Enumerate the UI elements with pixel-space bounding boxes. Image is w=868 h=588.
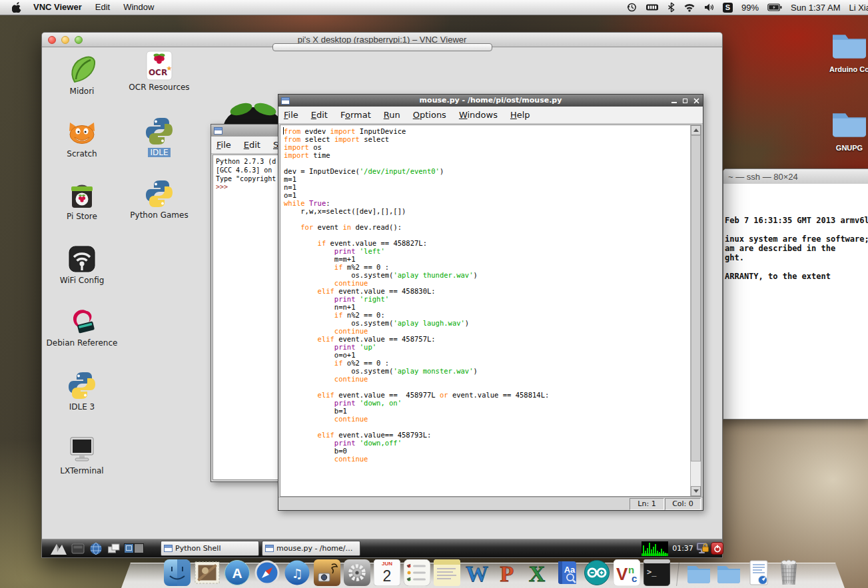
- menu-edit[interactable]: Edit: [89, 0, 117, 15]
- svg-text:Aa: Aa: [564, 565, 576, 575]
- dock-item-system-preferences[interactable]: [344, 559, 370, 586]
- idle-menu-format[interactable]: Format: [340, 110, 371, 120]
- menu-window[interactable]: Window: [117, 0, 161, 15]
- pi-desktop-icon-scratch[interactable]: Scratch: [45, 117, 119, 158]
- pi-desktop-icon-debian-reference[interactable]: Debian Reference: [45, 306, 119, 348]
- terminal-line: ARRANTY, to the extent: [725, 272, 868, 281]
- apple-menu-icon[interactable]: [7, 2, 27, 13]
- idle-status-bar: Ln: 1 Col: 0: [278, 497, 703, 510]
- taskbar-clock[interactable]: 01:37: [671, 539, 695, 558]
- dock-item-mail[interactable]: [194, 559, 220, 586]
- vertical-scrollbar[interactable]: [690, 125, 701, 496]
- pi-desktop-icon-lxterminal[interactable]: LXTerminal: [45, 434, 119, 475]
- desktop-folder-arduino[interactable]: Arduino Co: [826, 28, 868, 73]
- dock-item-safari[interactable]: [254, 559, 280, 586]
- user-menu[interactable]: Li Xia: [849, 3, 868, 13]
- dock-item-arduino[interactable]: [584, 559, 610, 586]
- bluetooth-icon[interactable]: [667, 2, 675, 13]
- window-icon: [214, 127, 222, 135]
- dock-item-excel[interactable]: X: [524, 559, 550, 586]
- logout-power-button[interactable]: [711, 542, 723, 555]
- shell-menu-file[interactable]: File: [217, 140, 231, 150]
- minimize-button[interactable]: [61, 36, 69, 44]
- code-line: print 'up': [284, 343, 691, 351]
- lxde-menu-icon[interactable]: [50, 542, 67, 555]
- code-editor[interactable]: from evdev import InputDevicefrom select…: [280, 125, 691, 496]
- terminal-line: ght.: [725, 253, 868, 262]
- maximize-icon[interactable]: [683, 99, 687, 103]
- dock-item-dictionary[interactable]: Aa: [554, 559, 580, 586]
- terminal-title-bar[interactable]: ~ — ssh — 80×24: [723, 169, 868, 184]
- pi-desktop-icon-python-games[interactable]: Python Games: [122, 178, 197, 220]
- dock-item-notes[interactable]: [434, 559, 460, 586]
- desktop-folder-gnupg[interactable]: GNUPG: [826, 107, 868, 152]
- dock-item-terminal[interactable]: >_: [644, 559, 670, 586]
- dock-separator: [676, 562, 679, 586]
- dock-item-calendar[interactable]: JUN2: [374, 559, 400, 586]
- idle-title-bar[interactable]: mouse.py - /home/pi/ost/mouse.py: [278, 95, 703, 107]
- dock-item-reminders[interactable]: [404, 559, 430, 586]
- minimize-icon[interactable]: [671, 102, 677, 103]
- dock-item-powerpoint[interactable]: P: [494, 559, 520, 586]
- shell-title-bar[interactable]: [211, 125, 288, 137]
- menu-bar-clock[interactable]: Sun 1:37 AM: [791, 3, 840, 13]
- scroll-up-arrow[interactable]: [691, 125, 701, 135]
- battery-icon[interactable]: [767, 3, 782, 11]
- web-browser-icon[interactable]: [89, 542, 103, 555]
- menu-vnc-viewer[interactable]: VNC Viewer: [27, 0, 89, 15]
- shell-line: Python 2.7.3 (d: [216, 158, 286, 166]
- idle-menu-run[interactable]: Run: [384, 110, 400, 120]
- file-manager-icon[interactable]: [71, 543, 85, 555]
- dock-item-itunes[interactable]: ♫: [284, 559, 310, 586]
- dock-item-vnc[interactable]: Vnc: [614, 559, 640, 586]
- iconify-windows-icon[interactable]: [107, 543, 121, 555]
- pi-desktop-icon-ocr-resources[interactable]: OCR★OCR Resources: [122, 50, 197, 92]
- close-icon[interactable]: [693, 95, 699, 107]
- shell-menu-edit[interactable]: Edit: [244, 140, 260, 150]
- close-button[interactable]: [48, 36, 56, 44]
- vnc-toolbar-tab[interactable]: [272, 43, 492, 51]
- terminal-line: [725, 225, 868, 234]
- lock-screen-icon[interactable]: [696, 541, 709, 556]
- dock-item-folder-1[interactable]: [685, 559, 712, 586]
- idle-menu-edit[interactable]: Edit: [311, 110, 328, 120]
- workspace-pager[interactable]: [124, 543, 144, 553]
- idle-menu-windows[interactable]: Windows: [459, 110, 498, 120]
- dock-item-word[interactable]: W: [464, 559, 490, 586]
- idle-menu-help[interactable]: Help: [510, 110, 530, 120]
- code-line: b=1: [284, 407, 691, 415]
- dock-item-downloads[interactable]: [745, 559, 772, 586]
- pi-desktop-icon-idle-3[interactable]: IDLE 3: [45, 370, 119, 412]
- workspace-1[interactable]: [124, 543, 134, 553]
- wifi-icon[interactable]: [683, 3, 695, 12]
- idle-menu-options[interactable]: Options: [413, 110, 446, 120]
- pi-desktop-icon-wifi-config[interactable]: WiFi Config: [45, 243, 119, 285]
- time-machine-icon[interactable]: [626, 2, 637, 13]
- zoom-button[interactable]: [75, 36, 83, 44]
- shell-text-area[interactable]: Python 2.7.3 (d[GCC 4.6.3] onType "copyr…: [213, 154, 287, 480]
- dock-item-app-store[interactable]: A: [224, 559, 250, 586]
- taskbar-task-mouse-py-home-pi-os[interactable]: mouse.py - /home/pi/os...: [262, 541, 360, 556]
- workspace-2[interactable]: [134, 543, 144, 553]
- cpu-usage-monitor[interactable]: [642, 541, 668, 556]
- dock-item-folder-2[interactable]: [715, 559, 742, 586]
- pi-icon-label: IDLE: [122, 148, 197, 157]
- shell-line: Type "copyright: [216, 175, 286, 184]
- taskbar-task-python-shell[interactable]: Python Shell: [161, 541, 259, 556]
- scroll-down-arrow[interactable]: [691, 486, 701, 496]
- keyboard-battery-icon[interactable]: [646, 3, 659, 12]
- text-caret: [283, 127, 284, 135]
- lxde-taskbar: Python Shellmouse.py - /home/pi/os... 01…: [42, 539, 722, 557]
- terminal-content[interactable]: Feb 7 16:31:35 GMT 2013 armv6l inux syst…: [723, 184, 868, 419]
- pi-desktop-icon-midori[interactable]: Midori: [45, 54, 119, 96]
- pi-desktop-icon-pi-store[interactable]: Pi Store: [45, 179, 119, 221]
- dock-item-iphoto[interactable]: [314, 559, 340, 586]
- synergy-menu-icon[interactable]: S: [723, 3, 733, 13]
- code-line: [284, 231, 691, 239]
- idle-menu-file[interactable]: File: [284, 110, 298, 120]
- dock-item-trash[interactable]: [775, 559, 802, 586]
- pi-desktop-icon-idle[interactable]: IDLE: [122, 115, 197, 157]
- volume-icon[interactable]: [704, 3, 714, 12]
- dock-item-finder[interactable]: [164, 559, 191, 586]
- scrollbar-thumb[interactable]: [691, 135, 701, 461]
